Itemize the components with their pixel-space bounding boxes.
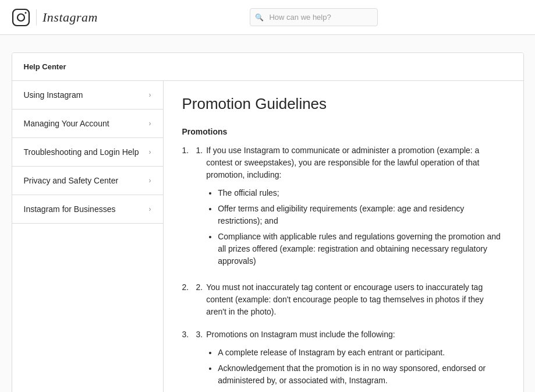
help-center-title: Help Center bbox=[12, 53, 523, 81]
sidebar-item-label: Troubleshooting and Login Help bbox=[24, 147, 139, 157]
sidebar-item-managing-account[interactable]: Managing Your Account › bbox=[12, 110, 163, 138]
sidebar-item-troubleshooting[interactable]: Troubleshooting and Login Help › bbox=[12, 138, 163, 167]
section-title: Promotions bbox=[182, 127, 505, 136]
list-item: A complete release of Instagram by each … bbox=[218, 347, 504, 359]
search-input[interactable] bbox=[250, 8, 378, 26]
list-item: Offer terms and eligibility requirements… bbox=[218, 203, 504, 227]
header-divider bbox=[36, 9, 37, 26]
svg-point-1 bbox=[17, 14, 24, 21]
header: Instagram 🔍 bbox=[0, 0, 535, 35]
list-item-text: If you use Instagram to communicate or a… bbox=[206, 146, 479, 179]
instagram-camera-icon bbox=[12, 8, 30, 27]
chevron-right-icon: › bbox=[149, 148, 151, 156]
list-item: 1. If you use Instagram to communicate o… bbox=[182, 144, 505, 271]
list-number: 2. bbox=[196, 281, 203, 318]
sidebar-item-instagram-businesses[interactable]: Instagram for Businesses › bbox=[12, 195, 163, 224]
chevron-right-icon: › bbox=[149, 176, 151, 185]
list-item-text: You must not inaccurately tag content or… bbox=[206, 282, 484, 316]
list-item: Compliance with applicable rules and reg… bbox=[218, 231, 504, 267]
sidebar: Using Instagram › Managing Your Account … bbox=[12, 81, 164, 392]
svg-rect-0 bbox=[13, 9, 29, 26]
search-icon: 🔍 bbox=[255, 13, 264, 22]
sidebar-item-label: Instagram for Businesses bbox=[24, 204, 116, 214]
list-item: Acknowledgement that the promotion is in… bbox=[218, 362, 504, 387]
search-box: 🔍 bbox=[250, 8, 378, 26]
chevron-right-icon: › bbox=[149, 119, 151, 128]
page-title: Promotion Guidelines bbox=[182, 95, 505, 113]
list-number: 3. bbox=[196, 329, 203, 390]
content-area: Promotion Guidelines Promotions 1. If yo… bbox=[164, 81, 523, 392]
list-item: 3. Promotions on Instagram must include … bbox=[182, 329, 505, 390]
logo-area: Instagram bbox=[12, 8, 98, 27]
list-item: The official rules; bbox=[218, 187, 504, 199]
promotion-list: 1. If you use Instagram to communicate o… bbox=[182, 144, 505, 392]
bullet-list: The official rules; Offer terms and elig… bbox=[218, 187, 504, 267]
list-item-text: Promotions on Instagram must include the… bbox=[206, 330, 395, 339]
svg-point-2 bbox=[25, 12, 27, 13]
help-body: Using Instagram › Managing Your Account … bbox=[12, 81, 523, 392]
help-container: Help Center Using Instagram › Managing Y… bbox=[12, 52, 524, 392]
sidebar-item-label: Managing Your Account bbox=[24, 119, 109, 128]
sidebar-item-label: Privacy and Safety Center bbox=[24, 176, 119, 185]
sidebar-item-label: Using Instagram bbox=[24, 90, 83, 100]
instagram-wordmark: Instagram bbox=[42, 10, 98, 25]
list-number: 1. bbox=[196, 144, 203, 271]
bullet-list: A complete release of Instagram by each … bbox=[218, 347, 504, 387]
chevron-right-icon: › bbox=[149, 91, 151, 99]
sidebar-item-privacy-safety[interactable]: Privacy and Safety Center › bbox=[12, 167, 163, 195]
sidebar-item-using-instagram[interactable]: Using Instagram › bbox=[12, 81, 163, 110]
chevron-right-icon: › bbox=[149, 205, 151, 213]
list-item: 2. You must not inaccurately tag content… bbox=[182, 281, 505, 318]
